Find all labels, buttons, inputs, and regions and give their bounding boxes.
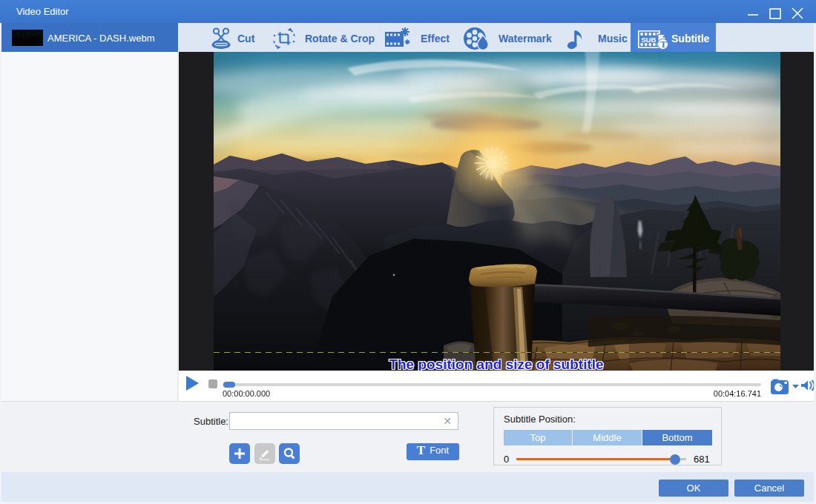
svg-text:T: T — [660, 39, 667, 50]
svg-text:SUB: SUB — [641, 36, 656, 44]
